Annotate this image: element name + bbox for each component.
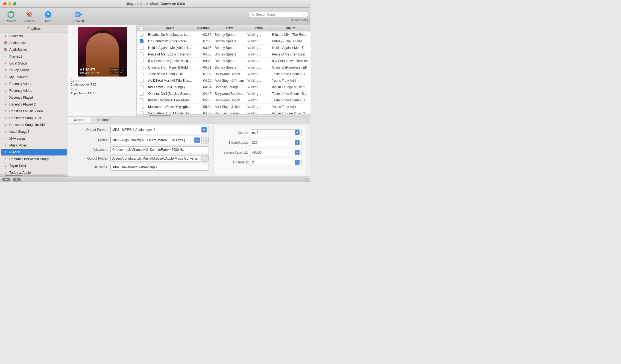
sidebar-icon-m4a-songs: ≡ [3, 137, 8, 140]
checkbox-10[interactable] [140, 98, 143, 102]
sidebar-item-today-at-apple[interactable]: ≡ Today at Apple [1, 169, 67, 174]
row-checkbox-6[interactable] [137, 72, 147, 76]
row-checkbox-8[interactable] [137, 85, 147, 89]
sidebar-item-christmas-kids[interactable]: ≡ Christmas Songs for Kids [1, 122, 67, 128]
sidebar-item-recently-played2[interactable]: ≡ Recently Played 2 [1, 101, 67, 108]
sidebar-item-playlist2[interactable]: ≡ Playlist 2 [1, 53, 67, 60]
checkbox-11[interactable] [140, 105, 143, 109]
bitrate-select[interactable]: 320 ▼ [250, 139, 301, 146]
sidebar-item-music-video[interactable]: ≡ Music Video [1, 142, 67, 149]
convert-button[interactable]: ▶ Convert [70, 9, 87, 24]
row-checkbox-5[interactable] [137, 66, 147, 69]
maximize-button[interactable] [13, 2, 16, 5]
search-input[interactable] [256, 13, 301, 16]
col-status-header[interactable]: Status [246, 25, 271, 31]
checkbox-3[interactable] [140, 52, 143, 56]
checkbox-12[interactable] [140, 111, 143, 115]
col-duration-header[interactable]: Duration [194, 25, 213, 31]
col-name-header[interactable]: Name [147, 25, 194, 31]
table-row[interactable]: Piece of Me (Böz o lö Remix) 04:53 Britn… [137, 51, 310, 58]
table-scroll-thumb[interactable] [149, 115, 171, 116]
row-checkbox-7[interactable] [137, 79, 147, 83]
row-checkbox-9[interactable] [137, 92, 147, 96]
checkbox-8[interactable] [140, 85, 143, 89]
browse-button[interactable]: ... [201, 155, 209, 162]
row-checkbox-12[interactable] [137, 111, 147, 115]
sidebar-item-recently-played[interactable]: ≡ Recently Played [1, 94, 67, 101]
table-row[interactable]: Oriental Chill (Musica Sensual) 04:42 Bo… [137, 90, 310, 97]
svg-text:▶: ▶ [77, 13, 79, 16]
select-all-checkbox[interactable] [140, 26, 143, 30]
row-checkbox-11[interactable] [137, 105, 147, 109]
table-row[interactable]: Indian Traditional Folk Music 05:50 Boll… [137, 97, 310, 104]
output-folder-input[interactable] [110, 155, 200, 162]
row-checkbox-0[interactable] [137, 33, 147, 37]
checkbox-9[interactable] [140, 92, 143, 96]
table-row[interactable]: Hold It Against Me (Adrian Lux & Na... 0… [137, 45, 310, 51]
samplerate-select[interactable]: 48000 ▼ [250, 149, 301, 156]
sidebar-item-my-favourite[interactable]: ≡ My Favourite [1, 74, 67, 80]
output-format-select[interactable]: MP3 - MPEG-1 Audio Layer 3 ▼ [110, 126, 209, 134]
file-name-input[interactable] [110, 164, 209, 171]
close-button[interactable] [3, 2, 7, 5]
table-row[interactable]: Breathe On Me (Jaques LuCont's Th... 03:… [137, 31, 310, 38]
table-row[interactable]: Taste of the Orient 2018 07:02 Bollywood… [137, 71, 310, 77]
checkbox-7[interactable] [140, 79, 143, 83]
sidebar-item-recently-added[interactable]: ≡ Recently Added [1, 81, 67, 87]
sidebar-item-christmas-2019[interactable]: ≡ Christmas Song 2019 [1, 115, 67, 121]
row-checkbox-2[interactable] [137, 46, 147, 50]
sidebar-item-podcasts[interactable]: 🎙 Podcasts [1, 33, 67, 39]
sidebar-item-local-songs2[interactable]: ≡ Local Songs2 [1, 128, 67, 135]
row-checkbox-1[interactable] [137, 39, 147, 43]
tab-metadata[interactable]: Metadata [91, 117, 116, 123]
advanced-input[interactable] [110, 146, 209, 153]
sidebar-item-local-songs[interactable]: ≡ Local Songs [1, 60, 67, 67]
sidebar-label-christmas-kids: Christmas Songs for Kids [9, 123, 46, 127]
col-check-header[interactable] [137, 25, 147, 31]
sidebar-item-recently-added2[interactable]: ≡ Recently Added [1, 87, 67, 94]
sidebar-item-25-top[interactable]: ≡ 25 Top Songs [1, 67, 67, 74]
sidebar-scrollbar[interactable] [0, 174, 68, 177]
options-button[interactable]: Options [21, 9, 38, 24]
table-row[interactable]: Do Somethin' (Thick Vocal Mix) 07:58 Bri… [137, 38, 310, 45]
sidebar-item-romantic-bollywood[interactable]: ≡ Romantic Bollywood Songs [1, 156, 67, 162]
row-artist-7: Arijit Singh & Pritam [213, 78, 246, 83]
pause-button[interactable]: ⏸ [13, 178, 21, 181]
tab-output[interactable]: Output: [68, 117, 91, 123]
profile-select[interactable]: MP3 - High Quality( 48000 Hz, stereo , 3… [110, 136, 202, 144]
table-row[interactable]: Sexy Music (Top Models Spa Resort) 04:47… [137, 110, 310, 114]
checkbox-2[interactable] [140, 46, 143, 50]
sidebar-icon-local-songs2: ≡ [3, 130, 8, 134]
search-box[interactable]: 🔍 ✕ [248, 11, 308, 18]
checkbox-1[interactable] [140, 39, 143, 43]
sidebar-item-m4a-songs[interactable]: ≡ M4A songs [1, 135, 67, 142]
clear-search-icon[interactable]: ✕ [303, 12, 306, 17]
checkbox-4[interactable] [140, 59, 143, 63]
help-button[interactable]: ? Help [39, 9, 57, 24]
table-row[interactable]: If U Seek Amy (Junior Vasquez Big R... 0… [137, 58, 310, 64]
channels-select[interactable]: 2 ▼ [250, 159, 301, 166]
checkbox-6[interactable] [140, 72, 143, 76]
sidebar-item-audiobooks2[interactable]: 📚 AudioBooks [1, 46, 67, 53]
col-album-header[interactable]: Album [271, 25, 310, 31]
minimize-button[interactable] [8, 2, 11, 5]
table-row[interactable]: Ae Dil Hai Mushkil Title Track (From... … [137, 77, 310, 84]
row-checkbox-10[interactable] [137, 98, 147, 102]
checkbox-0[interactable] [140, 33, 143, 37]
sidebar-item-audiobooks[interactable]: 📚 Audiobooks [1, 40, 67, 46]
profile-minus-button[interactable]: - [203, 137, 209, 143]
row-checkbox-3[interactable] [137, 52, 147, 56]
refresh-button[interactable]: Refresh [2, 9, 20, 24]
table-row[interactable]: India Style (Chill Lounge) 04:54 Bombay … [137, 84, 310, 90]
table-row[interactable]: Muskurane (From "Citylights") [Rom... 05… [137, 104, 310, 110]
row-checkbox-4[interactable] [137, 59, 147, 63]
sidebar-item-playlist[interactable]: ≡ Playlist [1, 149, 67, 155]
sidebar-item-taylor-swift[interactable]: ≡ Taylor Swift [1, 163, 67, 169]
col-artist-header[interactable]: Artist [213, 25, 246, 31]
play-button[interactable]: ▶ [2, 178, 10, 181]
table-horizontal-scroll[interactable] [137, 114, 310, 116]
table-row[interactable]: Criminal (Tom Piper & Riddler Remix) 05:… [137, 64, 310, 71]
codec-select[interactable]: mp3 ▼ [250, 129, 301, 136]
checkbox-5[interactable] [140, 66, 143, 69]
sidebar-item-christmas-mv[interactable]: ≡ Christmas Music Video [1, 108, 67, 115]
